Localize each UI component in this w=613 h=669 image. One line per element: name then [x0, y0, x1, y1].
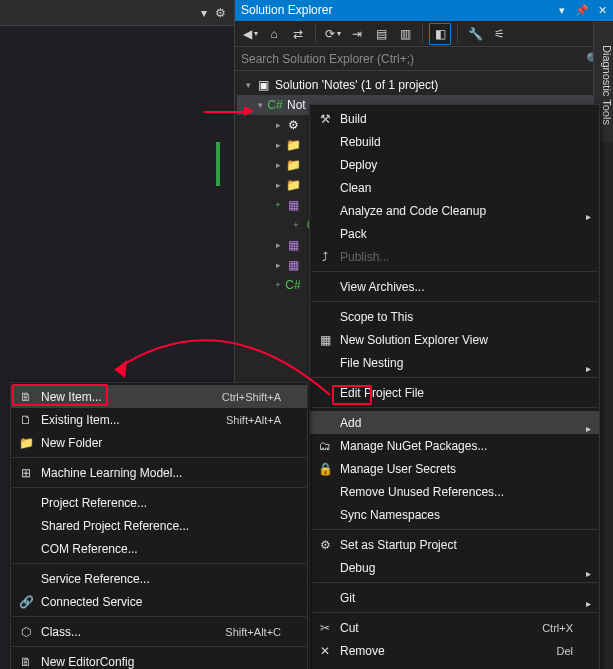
- menu-scope-to-this[interactable]: Scope to This: [310, 305, 599, 328]
- folder-icon: 📁: [285, 177, 301, 193]
- menu-separator: [12, 457, 306, 458]
- existing-item-icon: 🗋: [17, 413, 35, 427]
- menu-shared-project-reference[interactable]: Shared Project Reference...: [11, 514, 307, 537]
- menu-deploy[interactable]: Deploy: [310, 153, 599, 176]
- menu-edit-project-file[interactable]: Edit Project File: [310, 381, 599, 404]
- solution-explorer-titlebar: Solution Explorer ▾ 📌 ✕: [235, 0, 613, 21]
- collapse-all-icon[interactable]: ⇥: [346, 23, 368, 45]
- menu-remove[interactable]: ✕RemoveDel: [310, 639, 599, 662]
- switch-views-icon[interactable]: ⇄: [287, 23, 309, 45]
- menu-separator: [311, 301, 598, 302]
- arrow-line: [204, 111, 244, 113]
- remove-icon: ✕: [316, 644, 334, 658]
- menu-ml-model[interactable]: ⊞Machine Learning Model...: [11, 461, 307, 484]
- menu-new-item[interactable]: 🗎New Item...Ctrl+Shift+A: [11, 385, 307, 408]
- xaml-icon: ▦: [285, 237, 301, 253]
- menu-debug[interactable]: Debug: [310, 556, 599, 579]
- menu-connected-service[interactable]: 🔗Connected Service: [11, 590, 307, 613]
- editorconfig-icon: 🗎: [17, 655, 35, 669]
- solution-explorer-toolbar: ◀ ⌂ ⇄ ⟳ ⇥ ▤ ▥ ◧ 🔧 ⚟: [235, 21, 613, 47]
- new-item-icon: 🗎: [17, 390, 35, 404]
- pin-icon[interactable]: 📌: [575, 4, 589, 16]
- menu-separator: [12, 646, 306, 647]
- menu-cut[interactable]: ✂CutCtrl+X: [310, 616, 599, 639]
- menu-rename[interactable]: ✎RenameF2: [310, 662, 599, 669]
- window-dropdown-icon[interactable]: ▾: [559, 4, 565, 16]
- add-submenu: 🗎New Item...Ctrl+Shift+A 🗋Existing Item.…: [10, 382, 308, 669]
- connected-service-icon: 🔗: [17, 595, 35, 609]
- menu-project-reference[interactable]: Project Reference...: [11, 491, 307, 514]
- folder-icon: 📁: [285, 157, 301, 173]
- build-icon: ⚒: [316, 112, 334, 126]
- solution-explorer-title: Solution Explorer: [241, 0, 553, 21]
- menu-separator: [311, 582, 598, 583]
- solution-icon: ▣: [255, 77, 271, 93]
- menu-class[interactable]: ⬡Class...Shift+Alt+C: [11, 620, 307, 643]
- menu-view-archives[interactable]: View Archives...: [310, 275, 599, 298]
- expand-icon[interactable]: ▾: [243, 80, 253, 90]
- folder-icon: 📁: [285, 137, 301, 153]
- menu-separator: [12, 563, 306, 564]
- menu-separator: [311, 612, 598, 613]
- menu-sync-namespaces[interactable]: Sync Namespaces: [310, 503, 599, 526]
- editor-toolbar: ▾ ⚙: [0, 0, 234, 26]
- menu-add[interactable]: Add: [310, 411, 599, 434]
- project-label: Not: [287, 98, 306, 112]
- menu-clean[interactable]: Clean: [310, 176, 599, 199]
- menu-user-secrets[interactable]: 🔒Manage User Secrets: [310, 457, 599, 480]
- menu-publish: ⤴Publish...: [310, 245, 599, 268]
- menu-git[interactable]: Git: [310, 586, 599, 609]
- home-icon[interactable]: ⌂: [263, 23, 285, 45]
- menu-existing-item[interactable]: 🗋Existing Item...Shift+Alt+A: [11, 408, 307, 431]
- gear-icon[interactable]: ⚙: [215, 6, 226, 20]
- expand-icon[interactable]: ▾: [255, 100, 265, 110]
- menu-separator: [12, 616, 306, 617]
- nuget-icon: 🗂: [316, 439, 334, 453]
- back-button[interactable]: ◀: [239, 23, 261, 45]
- menu-rebuild[interactable]: Rebuild: [310, 130, 599, 153]
- menu-separator: [311, 529, 598, 530]
- menu-service-reference[interactable]: Service Reference...: [11, 567, 307, 590]
- class-icon: ⬡: [17, 625, 35, 639]
- close-icon[interactable]: ✕: [598, 4, 607, 16]
- menu-new-se-view[interactable]: ▦New Solution Explorer View: [310, 328, 599, 351]
- menu-new-editorconfig[interactable]: 🗎New EditorConfig: [11, 650, 307, 669]
- properties-icon[interactable]: 🔧: [464, 23, 486, 45]
- publish-icon: ⤴: [316, 250, 334, 264]
- menu-startup-project[interactable]: ⚙Set as Startup Project: [310, 533, 599, 556]
- arrow-head-icon: [244, 106, 254, 116]
- csharp-project-icon: C#: [267, 97, 283, 113]
- solution-label: Solution 'Notes' (1 of 1 project): [275, 78, 438, 92]
- menu-analyze[interactable]: Analyze and Code Cleanup: [310, 199, 599, 222]
- startup-icon: ⚙: [316, 538, 334, 552]
- preview-icon[interactable]: ▥: [394, 23, 416, 45]
- track-active-icon[interactable]: ◧: [429, 23, 451, 45]
- cut-icon: ✂: [316, 621, 334, 635]
- menu-separator: [311, 271, 598, 272]
- ml-icon: ⊞: [17, 466, 35, 480]
- menu-file-nesting[interactable]: File Nesting: [310, 351, 599, 374]
- menu-build[interactable]: ⚒Build: [310, 107, 599, 130]
- view-icon[interactable]: ⚟: [488, 23, 510, 45]
- menu-new-folder[interactable]: 📁New Folder: [11, 431, 307, 454]
- project-context-menu: ⚒Build Rebuild Deploy Clean Analyze and …: [309, 104, 600, 669]
- xaml-icon: ▦: [285, 257, 301, 273]
- dropdown-icon[interactable]: ▾: [201, 6, 207, 20]
- solution-node[interactable]: ▾ ▣ Solution 'Notes' (1 of 1 project): [237, 75, 611, 95]
- menu-separator: [311, 377, 598, 378]
- lock-icon: 🔒: [316, 462, 334, 476]
- menu-pack[interactable]: Pack: [310, 222, 599, 245]
- csharp-icon: C#: [285, 277, 301, 293]
- sync-icon[interactable]: ⟳: [322, 23, 344, 45]
- solution-explorer-search[interactable]: 🔍▾: [235, 47, 613, 71]
- search-input[interactable]: [241, 52, 580, 66]
- new-view-icon: ▦: [316, 333, 334, 347]
- menu-nuget[interactable]: 🗂Manage NuGet Packages...: [310, 434, 599, 457]
- folder-icon: 📁: [17, 436, 35, 450]
- menu-remove-refs[interactable]: Remove Unused References...: [310, 480, 599, 503]
- show-all-files-icon[interactable]: ▤: [370, 23, 392, 45]
- gutter-change-marker: [216, 142, 220, 186]
- xaml-icon: ▦: [285, 197, 301, 213]
- menu-com-reference[interactable]: COM Reference...: [11, 537, 307, 560]
- menu-separator: [311, 407, 598, 408]
